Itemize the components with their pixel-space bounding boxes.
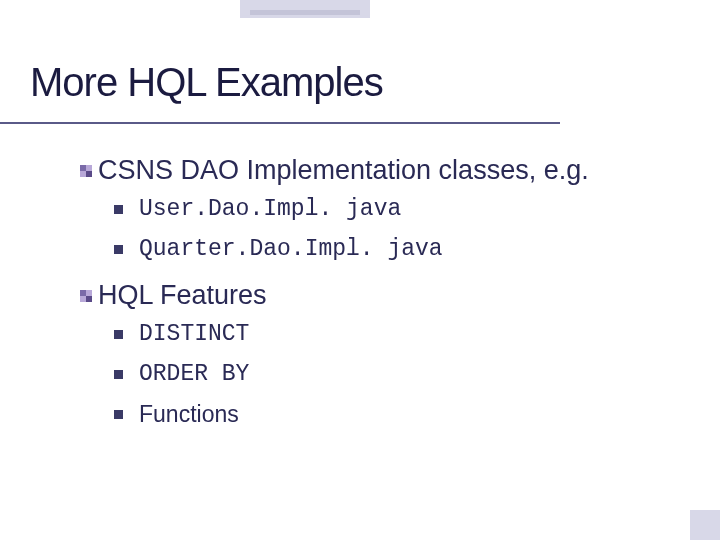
bullet-level2: ORDER BY	[114, 361, 680, 387]
bullet-text: HQL Features	[98, 280, 267, 311]
bullet-level1: CSNS DAO Implementation classes, e.g.	[80, 155, 680, 186]
diamond-bullet-icon	[80, 290, 92, 302]
bullet-level2: DISTINCT	[114, 321, 680, 347]
square-bullet-icon	[114, 410, 123, 419]
square-bullet-icon	[114, 370, 123, 379]
sub-list: User.Dao.Impl. java Quarter.Dao.Impl. ja…	[114, 196, 680, 262]
decoration-top	[240, 0, 370, 18]
bullet-level2: Functions	[114, 401, 680, 428]
slide-body: CSNS DAO Implementation classes, e.g. Us…	[80, 155, 680, 446]
decoration-corner	[690, 510, 720, 540]
bullet-text: User.Dao.Impl. java	[139, 196, 401, 222]
slide: More HQL Examples CSNS DAO Implementatio…	[0, 0, 720, 540]
bullet-text: ORDER BY	[139, 361, 249, 387]
bullet-text: Functions	[139, 401, 239, 428]
title-underline	[0, 122, 560, 124]
bullet-text: Quarter.Dao.Impl. java	[139, 236, 443, 262]
bullet-level2: Quarter.Dao.Impl. java	[114, 236, 680, 262]
bullet-text: CSNS DAO Implementation classes, e.g.	[98, 155, 589, 186]
bullet-level1: HQL Features	[80, 280, 680, 311]
sub-list: DISTINCT ORDER BY Functions	[114, 321, 680, 428]
slide-title: More HQL Examples	[30, 60, 383, 105]
square-bullet-icon	[114, 330, 123, 339]
diamond-bullet-icon	[80, 165, 92, 177]
bullet-text: DISTINCT	[139, 321, 249, 347]
square-bullet-icon	[114, 245, 123, 254]
square-bullet-icon	[114, 205, 123, 214]
bullet-level2: User.Dao.Impl. java	[114, 196, 680, 222]
